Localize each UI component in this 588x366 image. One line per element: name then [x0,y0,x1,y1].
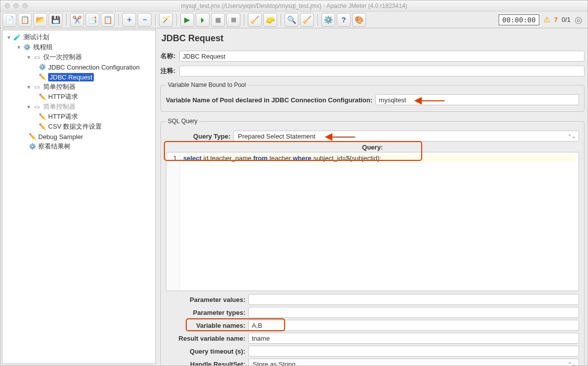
pool-fieldset: Variable Name Bound to Pool Variable Nam… [160,81,585,112]
clear-button[interactable]: 🧹 [248,13,262,27]
remove-button[interactable]: － [138,13,151,27]
controller-icon: ▭ [33,83,41,91]
sql-legend: SQL Query [166,118,200,125]
sql-editor[interactable]: 1 select id,teacher_name from teacher wh… [166,152,579,291]
tree-item[interactable]: ▼▭简单控制器 [2,82,155,92]
var-names-input[interactable] [248,320,579,331]
query-header: Query: [166,144,579,151]
function-helper-button[interactable]: ⚙️ [321,13,335,27]
query-type-label: Query Type: [166,133,230,140]
http-icon: ✏️ [38,113,46,121]
editor-panel: JDBC Request 名称: 注释: Variable Name Bound… [157,28,588,366]
query-type-select[interactable]: Prepared Select Statement ⌃⌄ [233,131,579,142]
http-icon: ✏️ [38,73,46,81]
resultset-label: Handle ResultSet: [166,361,245,366]
result-var-label: Result variable name: [166,335,245,342]
disclosure-icon[interactable]: ▼ [6,35,11,40]
tree-item[interactable]: ✏️HTTP请求 [2,112,155,122]
tree-item-label: 简单控制器 [43,82,75,91]
new-button[interactable]: 📄 [2,13,16,27]
tree-item[interactable]: ▼▭简单控制器 [2,102,155,112]
tree-item[interactable]: ✏️JDBC Request [2,72,155,82]
paste-button[interactable]: 📋 [101,13,115,27]
http-icon: ✏️ [28,133,36,141]
sql-fieldset: SQL Query Query Type: Prepared Select St… [160,118,585,366]
titlebar: mysql_test.jmx (/Users/yiqin/Desktop/mys… [0,0,588,11]
help-button[interactable]: ? [337,13,351,27]
comment-label: 注释: [160,67,177,75]
timeout-input[interactable] [248,346,579,357]
timer: 00:00:00 [499,14,539,25]
comment-input[interactable] [179,66,585,76]
shutdown-button[interactable]: ⏹ [226,13,240,27]
tree-item[interactable]: ▼▭仅一次控制器 [2,52,155,62]
name-input[interactable] [179,51,585,62]
warning-count: 7 [554,16,558,23]
run-no-pause-button[interactable]: ⏵ [196,13,210,27]
tree-item[interactable]: ✏️HTTP请求 [2,92,155,102]
tree-item[interactable]: ⚙️JDBC Connection Configuration [2,62,155,72]
controller-icon: ▭ [33,103,41,111]
reset-search-button[interactable]: 🧹 [300,13,314,27]
timeout-label: Query timeout (s): [166,348,245,355]
param-types-input[interactable] [248,307,579,318]
disclosure-icon[interactable]: ▼ [26,55,31,60]
name-label: 名称: [160,52,177,61]
tree-item[interactable]: ▼⚙️线程组 [2,42,155,52]
tree-item-label: CSV 数据文件设置 [48,122,102,131]
var-names-label: Variable names: [166,322,245,329]
tree-item[interactable]: ▼🧪测试计划 [2,32,155,42]
param-types-label: Parameter types: [166,309,245,316]
test-plan-tree[interactable]: ▼🧪测试计划▼⚙️线程组▼▭仅一次控制器⚙️JDBC Connection Co… [2,30,156,364]
line-number: 1 [169,154,177,162]
tree-item[interactable]: ⚙️察看结果树 [2,142,155,151]
copy-button[interactable]: 📑 [85,13,99,27]
gear-icon: ⚙️ [28,143,36,150]
thread-counter: 0/1 [562,16,571,23]
resultset-value: Store as String [253,361,295,366]
resultset-select[interactable]: Store as String ⌃⌄ [248,359,579,366]
add-button[interactable]: ＋ [122,13,136,27]
gear-icon: ⚙️ [23,43,31,51]
window-zoom-icon[interactable] [22,3,28,8]
chevron-updown-icon: ⌃⌄ [568,134,576,139]
query-type-value: Prepared Select Statement [238,133,315,140]
warning-icon[interactable]: ⚠ [543,15,550,24]
tree-item-label: HTTP请求 [48,92,78,101]
wand-button[interactable]: 🪄 [159,13,173,27]
templates-button[interactable]: 📋 [18,13,32,27]
tree-item-label: 测试计划 [23,33,49,42]
clear-all-button[interactable]: 🧽 [263,13,277,27]
search-button[interactable]: 🔍 [285,13,298,27]
tree-item-label: HTTP请求 [48,112,78,121]
save-button[interactable]: 💾 [49,13,63,27]
result-var-input[interactable] [248,333,579,344]
tree-item-label: 察看结果树 [38,142,71,151]
stop-button[interactable]: ◼ [211,13,225,27]
param-values-input[interactable] [248,294,579,305]
page-title: JDBC Request [161,33,585,44]
csv-icon: ✏️ [38,123,46,131]
tree-item-label: JDBC Request [48,73,94,81]
disclosure-icon[interactable]: ▼ [16,45,21,50]
disclosure-icon[interactable]: ▼ [26,104,31,110]
controller-icon: ▭ [33,53,41,61]
chevron-updown-icon: ⌃⌄ [568,362,576,366]
http-icon: ✏️ [38,93,46,101]
window-close-icon[interactable] [4,3,10,8]
run-button[interactable]: ▶ [180,13,194,27]
pool-name-input[interactable] [375,94,579,105]
tree-item[interactable]: ✏️CSV 数据文件设置 [2,122,155,132]
tree-item-label: Debug Sampler [38,133,83,141]
tree-item-label: 仅一次控制器 [43,53,82,62]
tree-item[interactable]: ✏️Debug Sampler [2,132,155,142]
options-button[interactable]: 🎨 [352,13,366,27]
cut-button[interactable]: ✂️ [70,13,84,27]
window-title: mysql_test.jmx (/Users/yiqin/Desktop/mys… [0,2,588,9]
thread-gauge-icon: ◎ [575,14,583,25]
window-minimize-icon[interactable] [13,3,19,8]
tree-item-label: 简单控制器 [43,102,75,111]
open-button[interactable]: 📂 [33,13,47,27]
disclosure-icon[interactable]: ▼ [26,84,31,90]
tree-item-label: JDBC Connection Configuration [48,64,140,71]
